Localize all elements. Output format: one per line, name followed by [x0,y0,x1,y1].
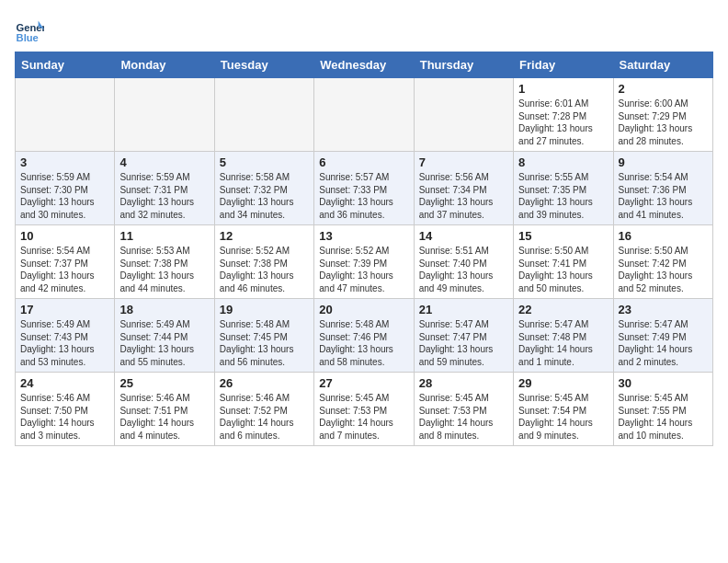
day-info: Sunrise: 5:46 AM Sunset: 7:52 PM Dayligh… [220,392,309,442]
calendar-week-5: 24Sunrise: 5:46 AM Sunset: 7:50 PM Dayli… [16,373,713,446]
day-info: Sunrise: 6:01 AM Sunset: 7:28 PM Dayligh… [518,98,608,147]
day-number: 8 [518,155,608,169]
calendar-cell: 2Sunrise: 6:00 AM Sunset: 7:29 PM Daylig… [613,78,712,152]
calendar-cell: 12Sunrise: 5:52 AM Sunset: 7:38 PM Dayli… [214,225,313,299]
svg-text:Blue: Blue [17,32,39,43]
day-info: Sunrise: 5:55 AM Sunset: 7:35 PM Dayligh… [518,171,608,221]
calendar-cell: 8Sunrise: 5:55 AM Sunset: 7:35 PM Daylig… [514,152,613,225]
day-info: Sunrise: 5:49 AM Sunset: 7:43 PM Dayligh… [20,318,109,368]
day-number: 9 [619,155,708,169]
calendar-cell [16,78,115,152]
day-number: 23 [619,303,708,316]
calendar-cell [214,78,313,152]
day-info: Sunrise: 5:49 AM Sunset: 7:44 PM Dayligh… [119,318,209,368]
day-info: Sunrise: 5:47 AM Sunset: 7:49 PM Dayligh… [619,318,708,368]
day-number: 26 [220,376,309,390]
day-info: Sunrise: 5:50 AM Sunset: 7:42 PM Dayligh… [619,245,708,294]
calendar-cell: 30Sunrise: 5:45 AM Sunset: 7:55 PM Dayli… [613,373,712,446]
logo: General Blue [15,15,48,44]
day-info: Sunrise: 5:46 AM Sunset: 7:50 PM Dayligh… [20,392,109,442]
day-number: 24 [20,376,109,390]
day-info: Sunrise: 5:56 AM Sunset: 7:34 PM Dayligh… [419,171,508,221]
day-number: 12 [220,229,309,243]
day-info: Sunrise: 6:00 AM Sunset: 7:29 PM Dayligh… [619,98,708,147]
day-header-friday: Friday [514,52,613,78]
day-info: Sunrise: 5:52 AM Sunset: 7:38 PM Dayligh… [220,245,309,294]
calendar-cell [314,78,414,152]
calendar-cell: 18Sunrise: 5:49 AM Sunset: 7:44 PM Dayli… [115,299,214,373]
calendar-cell: 21Sunrise: 5:47 AM Sunset: 7:47 PM Dayli… [414,299,513,373]
day-number: 19 [220,303,309,316]
calendar-cell: 9Sunrise: 5:54 AM Sunset: 7:36 PM Daylig… [613,152,712,225]
calendar-cell: 7Sunrise: 5:56 AM Sunset: 7:34 PM Daylig… [414,152,513,225]
day-info: Sunrise: 5:59 AM Sunset: 7:31 PM Dayligh… [119,171,209,221]
day-number: 2 [619,82,708,96]
calendar-cell: 16Sunrise: 5:50 AM Sunset: 7:42 PM Dayli… [613,225,712,299]
calendar-cell: 28Sunrise: 5:45 AM Sunset: 7:53 PM Dayli… [414,373,513,446]
day-number: 15 [518,229,608,243]
day-number: 1 [518,82,608,96]
day-number: 21 [419,303,508,316]
day-number: 28 [419,376,508,390]
calendar-cell: 23Sunrise: 5:47 AM Sunset: 7:49 PM Dayli… [613,299,712,373]
day-info: Sunrise: 5:59 AM Sunset: 7:30 PM Dayligh… [20,171,109,221]
day-info: Sunrise: 5:45 AM Sunset: 7:53 PM Dayligh… [319,392,408,442]
day-info: Sunrise: 5:48 AM Sunset: 7:45 PM Dayligh… [220,318,309,368]
calendar-cell: 1Sunrise: 6:01 AM Sunset: 7:28 PM Daylig… [514,78,613,152]
calendar-cell: 22Sunrise: 5:47 AM Sunset: 7:48 PM Dayli… [514,299,613,373]
day-info: Sunrise: 5:45 AM Sunset: 7:54 PM Dayligh… [518,392,608,442]
day-number: 5 [220,155,309,169]
day-number: 7 [419,155,508,169]
day-info: Sunrise: 5:46 AM Sunset: 7:51 PM Dayligh… [119,392,209,442]
day-header-sunday: Sunday [16,52,115,78]
day-info: Sunrise: 5:51 AM Sunset: 7:40 PM Dayligh… [419,245,508,294]
day-number: 10 [20,229,109,243]
day-info: Sunrise: 5:47 AM Sunset: 7:47 PM Dayligh… [419,318,508,368]
day-info: Sunrise: 5:54 AM Sunset: 7:36 PM Dayligh… [619,171,708,221]
calendar-cell: 15Sunrise: 5:50 AM Sunset: 7:41 PM Dayli… [514,225,613,299]
day-info: Sunrise: 5:53 AM Sunset: 7:38 PM Dayligh… [119,245,209,294]
calendar-cell: 26Sunrise: 5:46 AM Sunset: 7:52 PM Dayli… [214,373,313,446]
calendar-table: SundayMondayTuesdayWednesdayThursdayFrid… [15,52,713,446]
calendar-cell: 27Sunrise: 5:45 AM Sunset: 7:53 PM Dayli… [314,373,414,446]
day-number: 20 [319,303,408,316]
calendar-cell: 25Sunrise: 5:46 AM Sunset: 7:51 PM Dayli… [115,373,214,446]
logo-icon: General Blue [15,15,44,44]
day-number: 30 [619,376,708,390]
calendar-week-2: 3Sunrise: 5:59 AM Sunset: 7:30 PM Daylig… [16,152,713,225]
day-info: Sunrise: 5:48 AM Sunset: 7:46 PM Dayligh… [319,318,408,368]
calendar-body: 1Sunrise: 6:01 AM Sunset: 7:28 PM Daylig… [16,78,713,446]
day-info: Sunrise: 5:50 AM Sunset: 7:41 PM Dayligh… [518,245,608,294]
day-number: 11 [119,229,209,243]
day-number: 13 [319,229,408,243]
day-number: 27 [319,376,408,390]
day-number: 29 [518,376,608,390]
calendar-cell: 3Sunrise: 5:59 AM Sunset: 7:30 PM Daylig… [16,152,115,225]
calendar-cell: 29Sunrise: 5:45 AM Sunset: 7:54 PM Dayli… [514,373,613,446]
calendar-cell: 19Sunrise: 5:48 AM Sunset: 7:45 PM Dayli… [214,299,313,373]
day-header-wednesday: Wednesday [314,52,414,78]
day-number: 4 [119,155,209,169]
day-header-saturday: Saturday [613,52,712,78]
calendar-cell: 13Sunrise: 5:52 AM Sunset: 7:39 PM Dayli… [314,225,414,299]
day-number: 22 [518,303,608,316]
calendar-cell: 11Sunrise: 5:53 AM Sunset: 7:38 PM Dayli… [115,225,214,299]
day-info: Sunrise: 5:52 AM Sunset: 7:39 PM Dayligh… [319,245,408,294]
day-header-tuesday: Tuesday [214,52,313,78]
calendar-cell: 24Sunrise: 5:46 AM Sunset: 7:50 PM Dayli… [16,373,115,446]
day-number: 25 [119,376,209,390]
calendar-week-4: 17Sunrise: 5:49 AM Sunset: 7:43 PM Dayli… [16,299,713,373]
calendar-header-row: SundayMondayTuesdayWednesdayThursdayFrid… [16,52,713,78]
calendar-cell: 20Sunrise: 5:48 AM Sunset: 7:46 PM Dayli… [314,299,414,373]
calendar-cell: 6Sunrise: 5:57 AM Sunset: 7:33 PM Daylig… [314,152,414,225]
calendar-week-3: 10Sunrise: 5:54 AM Sunset: 7:37 PM Dayli… [16,225,713,299]
calendar-cell: 10Sunrise: 5:54 AM Sunset: 7:37 PM Dayli… [16,225,115,299]
day-info: Sunrise: 5:47 AM Sunset: 7:48 PM Dayligh… [518,318,608,368]
day-number: 16 [619,229,708,243]
day-info: Sunrise: 5:58 AM Sunset: 7:32 PM Dayligh… [220,171,309,221]
day-info: Sunrise: 5:45 AM Sunset: 7:53 PM Dayligh… [419,392,508,442]
day-number: 3 [20,155,109,169]
day-header-thursday: Thursday [414,52,513,78]
day-header-monday: Monday [115,52,214,78]
day-info: Sunrise: 5:45 AM Sunset: 7:55 PM Dayligh… [619,392,708,442]
